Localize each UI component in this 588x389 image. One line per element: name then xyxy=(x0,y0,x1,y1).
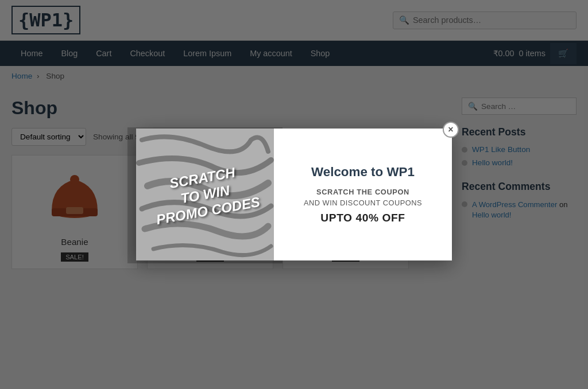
modal-body: AND WIN DISCOUNT COUPONS xyxy=(304,199,422,207)
modal-overlay[interactable]: × SCRATCH TO WIN PROMO CODES Welcome to … xyxy=(0,0,588,281)
modal-scratch-panel: SCRATCH TO WIN PROMO CODES xyxy=(136,129,274,260)
modal: × SCRATCH TO WIN PROMO CODES Welcome to … xyxy=(136,129,452,260)
modal-close-button[interactable]: × xyxy=(443,122,459,138)
modal-subtitle: SCRATCH THE COUPON xyxy=(316,188,409,196)
modal-content-panel: Welcome to WP1 SCRATCH THE COUPON AND WI… xyxy=(274,129,452,260)
modal-title: Welcome to WP1 xyxy=(311,165,415,180)
modal-offer: UPTO 40% OFF xyxy=(320,212,405,224)
